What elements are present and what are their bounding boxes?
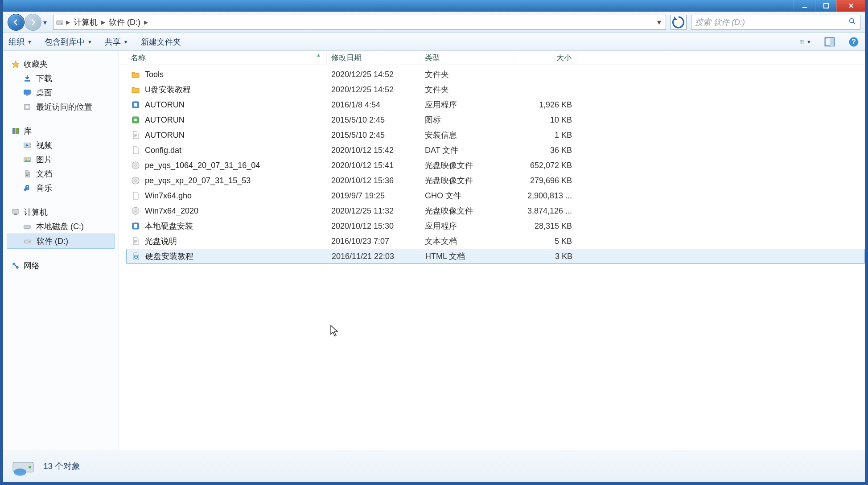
sidebar-item-music[interactable]: 音乐: [7, 181, 115, 195]
sidebar-item-desktop[interactable]: 桌面: [7, 86, 115, 100]
svg-rect-16: [26, 95, 28, 96]
network-icon: [11, 261, 20, 270]
desktop-icon: [23, 88, 32, 97]
sidebar-item-drive-d[interactable]: 软件 (D:): [7, 234, 115, 249]
file-type: 应用程序: [420, 99, 514, 110]
nav-history-dropdown[interactable]: ▾: [41, 14, 49, 30]
file-row[interactable]: AUTORUN2016/1/8 4:54应用程序1,926 KB: [126, 97, 865, 112]
column-name[interactable]: 名称 ▲: [126, 51, 327, 65]
breadcrumb-computer[interactable]: 计算机: [72, 17, 99, 28]
star-icon: [11, 60, 20, 69]
column-date[interactable]: 修改日期: [327, 51, 420, 65]
file-type: HTML 文档: [421, 251, 514, 262]
file-date: 2015/5/10 2:45: [327, 131, 420, 140]
column-type[interactable]: 类型: [420, 51, 514, 65]
svg-rect-1: [824, 4, 828, 8]
help-button[interactable]: ?: [848, 36, 860, 48]
preview-pane-button[interactable]: [824, 36, 835, 48]
sidebar-network-header[interactable]: 网络: [7, 259, 115, 273]
sidebar-item-videos[interactable]: 视频: [7, 138, 115, 152]
file-row[interactable]: pe_yqs_1064_20_07_31_16_042020/10/12 15:…: [126, 158, 865, 173]
file-row[interactable]: Win7x64.gho2019/9/7 19:25GHO 文件2,900,813…: [126, 188, 865, 203]
sidebar-item-recent[interactable]: 最近访问的位置: [7, 100, 115, 114]
file-icon: [131, 160, 140, 170]
file-name: 本地硬盘安装: [145, 221, 193, 231]
file-icon: [131, 236, 140, 246]
sidebar-item-label: 视频: [36, 140, 52, 151]
svg-rect-8: [802, 40, 804, 41]
svg-rect-6: [801, 41, 802, 42]
file-row[interactable]: AUTORUN2015/5/10 2:45安装信息1 KB: [126, 127, 865, 143]
nav-row: ▾ ▶ 计算机 ▶ 软件 (D:) ▶ ▾ 搜索 软件 (D:): [3, 12, 865, 33]
back-button[interactable]: [8, 14, 25, 31]
file-row[interactable]: AUTORUN2015/5/10 2:45图标10 KB: [126, 112, 865, 127]
sidebar-favorites-header[interactable]: 收藏夹: [7, 57, 115, 71]
sidebar-item-documents[interactable]: 文档: [7, 167, 115, 181]
file-date: 2020/10/12 15:41: [327, 161, 420, 170]
organize-label: 组织: [8, 37, 25, 47]
search-input[interactable]: 搜索 软件 (D:): [691, 15, 860, 30]
column-size[interactable]: 大小: [514, 51, 576, 65]
file-type: 安装信息: [420, 130, 514, 140]
file-pane: 名称 ▲ 修改日期 类型 大小 Tools2020/12/25 14:52文件夹…: [119, 51, 865, 450]
address-dropdown[interactable]: ▾: [654, 17, 664, 27]
file-row[interactable]: Win7x64_20202020/12/25 11:32光盘映像文件3,874,…: [126, 203, 865, 218]
sidebar-item-label: 文档: [36, 169, 52, 179]
library-icon: [11, 127, 20, 136]
sidebar-item-downloads[interactable]: 下载: [7, 71, 115, 86]
file-name: 硬盘安装教程: [145, 251, 193, 262]
address-bar[interactable]: ▶ 计算机 ▶ 软件 (D:) ▶ ▾: [53, 15, 666, 30]
sidebar-libraries-header[interactable]: 库: [7, 124, 115, 138]
column-name-label: 名称: [131, 53, 146, 63]
sidebar-computer-header[interactable]: 计算机: [7, 205, 115, 219]
close-button[interactable]: [836, 0, 865, 11]
sidebar-network: 网络: [7, 259, 115, 273]
file-icon: [131, 176, 140, 185]
svg-rect-10: [802, 43, 804, 44]
file-type: 图标: [420, 115, 514, 125]
file-row[interactable]: 光盘说明2016/10/23 7:07文本文档5 KB: [126, 234, 865, 249]
new-folder-button[interactable]: 新建文件夹: [141, 37, 181, 47]
include-in-library-menu[interactable]: 包含到库中▼: [45, 37, 92, 47]
sidebar-item-label: 本地磁盘 (C:): [36, 221, 84, 232]
svg-rect-19: [13, 128, 15, 134]
forward-button[interactable]: [25, 14, 41, 31]
status-text: 13 个对象: [43, 460, 80, 472]
status-bar: 13 个对象: [3, 450, 865, 482]
file-row[interactable]: U盘安装教程2020/12/25 14:52文件夹: [126, 82, 865, 97]
svg-point-48: [14, 469, 26, 476]
file-row[interactable]: 硬盘安装教程2016/11/21 22:03HTML 文档3 KB: [126, 249, 865, 264]
sidebar-item-pictures[interactable]: 图片: [7, 152, 115, 167]
breadcrumb-sep-icon: ▶: [66, 19, 70, 25]
recent-icon: [23, 103, 32, 111]
svg-text:?: ?: [852, 38, 856, 45]
file-row[interactable]: 本地硬盘安装2020/10/12 15:30应用程序28,315 KB: [126, 218, 865, 234]
maximize-button[interactable]: [815, 0, 836, 11]
sidebar-item-label: 下载: [36, 73, 52, 84]
file-date: 2020/10/12 15:42: [327, 146, 420, 155]
sidebar-item-label: 桌面: [36, 87, 52, 98]
file-name: AUTORUN: [145, 115, 185, 125]
sidebar: 收藏夹 下载 桌面 最近访问的位置 库: [3, 51, 119, 450]
organize-menu[interactable]: 组织▼: [8, 37, 32, 47]
file-icon: [131, 115, 140, 125]
refresh-button[interactable]: [671, 15, 687, 30]
file-date: 2016/11/21 22:03: [327, 252, 421, 261]
file-type: 文件夹: [420, 69, 514, 80]
file-date: 2020/10/12 15:36: [327, 176, 420, 185]
sidebar-network-label: 网络: [24, 260, 40, 271]
file-size: 1,926 KB: [514, 100, 576, 110]
file-row[interactable]: pe_yqs_xp_20_07_31_15_532020/10/12 15:36…: [126, 173, 865, 188]
file-size: 28,315 KB: [514, 222, 576, 231]
svg-rect-44: [134, 224, 137, 228]
minimize-button[interactable]: [794, 0, 815, 11]
file-list[interactable]: Tools2020/12/25 14:52文件夹U盘安装教程2020/12/25…: [119, 65, 865, 450]
column-headers: 名称 ▲ 修改日期 类型 大小: [119, 51, 865, 65]
view-mode-button[interactable]: ▼: [800, 36, 811, 48]
file-row[interactable]: Config.dat2020/10/12 15:42DAT 文件36 KB: [126, 143, 865, 158]
share-menu[interactable]: 共享▼: [105, 37, 128, 47]
breadcrumb-drive[interactable]: 软件 (D:): [107, 17, 142, 28]
file-row[interactable]: Tools2020/12/25 14:52文件夹: [126, 67, 865, 82]
sidebar-item-drive-c[interactable]: 本地磁盘 (C:): [7, 219, 115, 234]
search-placeholder: 搜索 软件 (D:): [695, 17, 745, 28]
